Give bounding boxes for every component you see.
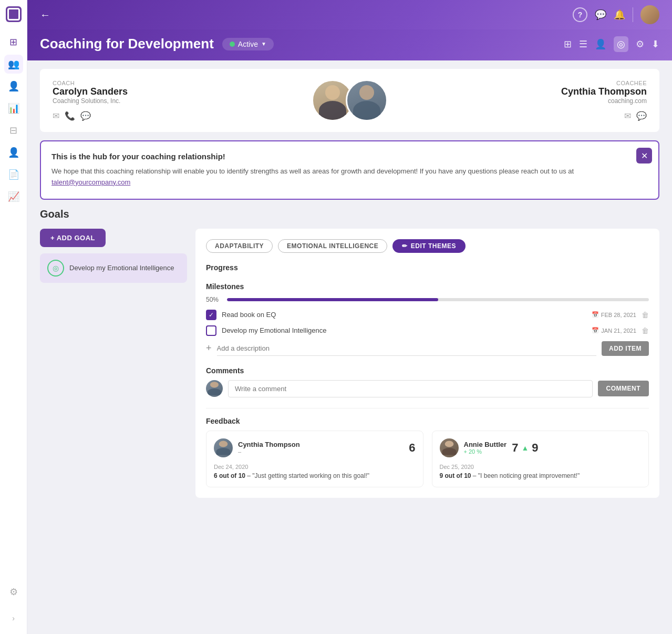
sidebar-item-chart[interactable]: 📈 [4,187,23,206]
sidebar-expand-button[interactable]: › [4,609,23,628]
milestone-date-1: 📅 FEB 28, 2021 [592,311,636,318]
feedback-label: Feedback [206,417,649,425]
bell-icon[interactable]: 🔔 [614,9,625,21]
score-up-arrow-icon: ▲ [521,444,529,452]
grid-view-icon[interactable]: ⊞ [564,38,572,50]
analytics-icon: 📊 [8,103,19,114]
expand-icon: › [12,614,15,622]
top-header: ← · ? 💬 🔔 [27,0,672,29]
milestone-text-1: Read book on EQ [222,311,586,319]
milestone-delete-1[interactable]: 🗑 [642,311,649,319]
info-box-link[interactable]: talent@yourcompany.com [51,178,130,186]
list-view-icon[interactable]: ☰ [579,38,587,50]
coachee-avatar [346,79,388,121]
goals-right-panel: ADAPTABILITY EMOTIONAL INTELLIGENCE ✏ ED… [195,229,659,498]
theme-chip-adaptability[interactable]: ADAPTABILITY [206,239,273,253]
feedback-grid: Cynthia Thompson – 6 Dec 24, 2020 6 out … [206,431,649,487]
comment-button[interactable]: COMMENT [598,381,649,396]
page-title: Coaching for Development [40,36,214,52]
feedback-person-info-2: Annie Buttler + 20 % [464,441,507,455]
milestone-delete-2[interactable]: 🗑 [642,326,649,335]
status-label: Active [238,40,258,48]
info-box-title: This is the hub for your coaching relati… [51,152,632,161]
comments-label: Comments [206,366,649,375]
sidebar-item-home[interactable]: ⊞ [4,33,23,52]
coachee-email-icon[interactable]: ✉ [624,111,631,121]
progress-fill [227,298,438,301]
feedback-score-left-2: 7 [512,441,518,455]
coachee-label: Coachee [449,80,647,86]
feedback-card-2: Annie Buttler + 20 % 7 ▲ 9 Dec [432,431,649,487]
milestone-row-1: ✓ Read book on EQ 📅 FEB 28, 2021 🗑 [206,310,649,320]
edit-icon: ✏ [402,242,408,250]
sidebar-item-analytics[interactable]: 📊 [4,99,23,118]
download-icon[interactable]: ⬇ [652,38,659,50]
sidebar-settings[interactable]: ⚙ [4,582,23,601]
add-milestone-icon[interactable]: + [206,343,212,354]
milestone-row-2: Develop my Emotional Intelligence 📅 JAN … [206,325,649,336]
person-icon: 👤 [8,80,19,92]
chat-icon[interactable]: 💬 [595,9,606,21]
theme-chip-ei[interactable]: EMOTIONAL INTELLIGENCE [278,239,387,253]
coachee-info: Coachee Cynthia Thompson coaching.com ✉ … [449,80,647,121]
calendar-icon-1: 📅 [592,311,599,318]
notes-icon: 📄 [8,169,19,180]
feedback-top-1: Cynthia Thompson – 6 [214,438,416,457]
feedback-section: Feedback [206,408,649,487]
back-icon: ← [40,9,50,21]
target-view-icon[interactable]: ◎ [614,36,628,52]
feedback-person-info-1: Cynthia Thompson – [238,441,300,455]
coach-coachee-card: Coach Carolyn Sanders Coaching Solutions… [40,69,659,132]
sidebar-item-profile[interactable]: 👤 [4,143,23,162]
settings-action-icon[interactable]: ⚙ [636,38,644,50]
main-content: ← · ? 💬 🔔 Coaching for Development Activ… [27,0,672,634]
goals-layout: + ADD GOAL ◎ Develop my Emotional Intell… [40,229,659,498]
coach-name: Carolyn Sanders [53,86,251,97]
progress-percent: 50% [206,296,222,303]
comment-user-avatar [206,380,223,397]
add-item-button[interactable]: ADD ITEM [602,341,649,356]
help-icon[interactable]: ? [573,7,587,22]
table-icon: ⊟ [9,125,17,136]
coach-email-icon[interactable]: ✉ [53,111,59,121]
milestone-date-2: 📅 JAN 21, 2021 [592,327,636,334]
profile-icon: 👤 [8,147,19,158]
status-badge[interactable]: Active ▼ [222,38,274,50]
sidebar-item-people[interactable]: 👥 [4,55,23,74]
feedback-sub-2: + 20 % [464,448,507,455]
edit-themes-button[interactable]: ✏ EDIT THEMES [392,239,466,253]
feedback-detail-2: 9 out of 10 – "I been noticing great imp… [440,472,642,479]
sidebar-item-notes[interactable]: 📄 [4,165,23,184]
feedback-sub-1: – [238,448,300,455]
home-icon: ⊞ [9,36,17,48]
add-goal-button[interactable]: + ADD GOAL [40,229,106,247]
add-description-input[interactable] [217,341,596,356]
goals-section: Goals + ADD GOAL ◎ Develop my Emotional … [40,208,659,498]
sidebar-item-table[interactable]: ⊟ [4,121,23,140]
sidebar-item-person[interactable]: 👤 [4,77,23,96]
coach-phone-icon[interactable]: 📞 [65,111,75,121]
milestone-check-2[interactable] [206,325,216,336]
avatars-center [251,79,449,121]
coach-info: Coach Carolyn Sanders Coaching Solutions… [53,80,251,121]
themes-row: ADAPTABILITY EMOTIONAL INTELLIGENCE ✏ ED… [206,239,649,253]
comments-section: Comments COMMENT [206,366,649,397]
page-title-bar: Coaching for Development Active ▼ ⊞ ☰ 👤 … [27,29,672,60]
header-icons: ? 💬 🔔 [573,5,659,24]
goal-item[interactable]: ◎ Develop my Emotional Intelligence [40,253,187,283]
comment-input[interactable] [228,380,593,397]
progress-label: Progress [206,263,649,272]
coachee-message-icon[interactable]: 💬 [636,111,647,121]
milestones-section: Milestones 50% ✓ Read book on EQ [206,282,649,356]
progress-bar-row: 50% [206,296,649,303]
status-dot [230,42,235,47]
coach-message-icon[interactable]: 💬 [80,111,91,121]
user-avatar[interactable] [640,5,659,24]
milestone-check-1[interactable]: ✓ [206,310,216,320]
coachee-contact-icons: ✉ 💬 [449,111,647,121]
person-view-icon[interactable]: 👤 [595,38,606,50]
content-area: Coach Carolyn Sanders Coaching Solutions… [27,60,672,634]
sidebar-logo[interactable] [6,6,22,22]
info-box-close-button[interactable]: ✕ [636,148,652,163]
back-button[interactable]: ← [40,9,50,21]
